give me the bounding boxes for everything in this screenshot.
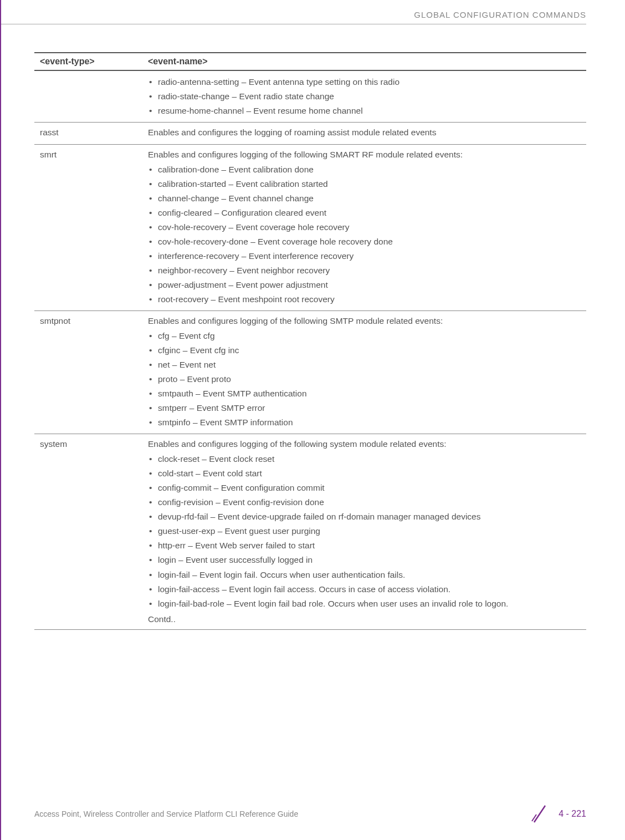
- list-item: config-revision – Event config-revision …: [148, 496, 581, 509]
- list-item: smtpauth – Event SMTP authentication: [148, 387, 581, 400]
- row-description: Enables and configures the logging of ro…: [148, 126, 581, 139]
- event-list: cfg – Event cfg cfginc – Event cfg inc n…: [148, 329, 581, 429]
- list-item: channel-change – Event channel change: [148, 192, 581, 205]
- list-item: calibration-done – Event calibration don…: [148, 163, 581, 176]
- list-item: login – Event user successfully logged i…: [148, 553, 581, 567]
- cell-event-type: smrt: [34, 145, 142, 311]
- list-item: devup-rfd-fail – Event device-upgrade fa…: [148, 510, 581, 523]
- table-row: system Enables and configures logging of…: [34, 434, 586, 629]
- footer-left-text: Access Point, Wireless Controller and Se…: [34, 810, 298, 818]
- row-description: Enables and configures logging of the fo…: [148, 148, 581, 161]
- cell-event-name: Enables and configures the logging of ro…: [142, 123, 586, 145]
- page-number: 4 - 221: [559, 809, 586, 819]
- list-item: config-cleared – Configuration cleared e…: [148, 206, 581, 220]
- row-description: Enables and configures logging of the fo…: [148, 314, 581, 328]
- content-area: <event-type> <event-name> radio-antenna-…: [1, 24, 625, 630]
- list-item: power-adjustment – Event power adjustmen…: [148, 278, 581, 292]
- list-item: http-err – Event Web server failed to st…: [148, 539, 581, 552]
- header-event-type: <event-type>: [34, 53, 142, 70]
- cell-event-name: Enables and configures logging of the fo…: [142, 145, 586, 311]
- footer-right: 4 - 221: [531, 803, 586, 824]
- cell-event-type: rasst: [34, 123, 142, 145]
- list-item: cov-hole-recovery – Event coverage hole …: [148, 221, 581, 234]
- list-item: cold-start – Event cold start: [148, 467, 581, 480]
- table-row: smrt Enables and configures logging of t…: [34, 145, 586, 311]
- list-item: config-commit – Event configuration comm…: [148, 481, 581, 495]
- table-row: smtpnot Enables and configures logging o…: [34, 311, 586, 434]
- list-item: cfg – Event cfg: [148, 329, 581, 343]
- list-item: resume-home-channel – Event resume home …: [148, 104, 581, 118]
- cell-event-type: smtpnot: [34, 311, 142, 434]
- cell-event-type: [34, 70, 142, 123]
- list-item: login-fail-access – Event login fail acc…: [148, 583, 581, 596]
- header-event-name: <event-name>: [142, 53, 586, 70]
- cell-event-name: Enables and configures logging of the fo…: [142, 434, 586, 629]
- row-description: Enables and configures logging of the fo…: [148, 437, 581, 451]
- svg-line-0: [534, 806, 545, 822]
- event-table: <event-type> <event-name> radio-antenna-…: [34, 52, 586, 630]
- page-header: GLOBAL CONFIGURATION COMMANDS: [1, 0, 625, 24]
- continued-marker: Contd..: [148, 613, 581, 626]
- page-container: GLOBAL CONFIGURATION COMMANDS <event-typ…: [0, 0, 625, 840]
- table-row: rasst Enables and configures the logging…: [34, 123, 586, 145]
- list-item: neighbor-recovery – Event neighbor recov…: [148, 264, 581, 277]
- list-item: guest-user-exp – Event guest user purgin…: [148, 525, 581, 538]
- cell-event-type: system: [34, 434, 142, 629]
- list-item: calibration-started – Event calibration …: [148, 177, 581, 191]
- list-item: cov-hole-recovery-done – Event coverage …: [148, 235, 581, 248]
- list-item: root-recovery – Event meshpoint root rec…: [148, 293, 581, 306]
- list-item: login-fail – Event login fail. Occurs wh…: [148, 568, 581, 582]
- cell-event-name: radio-antenna-setting – Event antenna ty…: [142, 70, 586, 123]
- event-list: clock-reset – Event clock reset cold-sta…: [148, 452, 581, 610]
- event-list: radio-antenna-setting – Event antenna ty…: [148, 75, 581, 118]
- list-item: cfginc – Event cfg inc: [148, 344, 581, 357]
- list-item: smtperr – Event SMTP error: [148, 401, 581, 415]
- list-item: smtpinfo – Event SMTP information: [148, 416, 581, 429]
- list-item: radio-state-change – Event radio state c…: [148, 90, 581, 103]
- slash-icon: [531, 803, 549, 824]
- page-footer: Access Point, Wireless Controller and Se…: [1, 803, 625, 824]
- list-item: net – Event net: [148, 358, 581, 371]
- list-item: radio-antenna-setting – Event antenna ty…: [148, 75, 581, 89]
- event-list: calibration-done – Event calibration don…: [148, 163, 581, 306]
- cell-event-name: Enables and configures logging of the fo…: [142, 311, 586, 434]
- section-title: GLOBAL CONFIGURATION COMMANDS: [414, 10, 586, 19]
- table-row: radio-antenna-setting – Event antenna ty…: [34, 70, 586, 123]
- list-item: clock-reset – Event clock reset: [148, 452, 581, 466]
- table-header-row: <event-type> <event-name>: [34, 53, 586, 70]
- list-item: login-fail-bad-role – Event login fail b…: [148, 597, 581, 610]
- list-item: interference-recovery – Event interferen…: [148, 250, 581, 263]
- list-item: proto – Event proto: [148, 373, 581, 386]
